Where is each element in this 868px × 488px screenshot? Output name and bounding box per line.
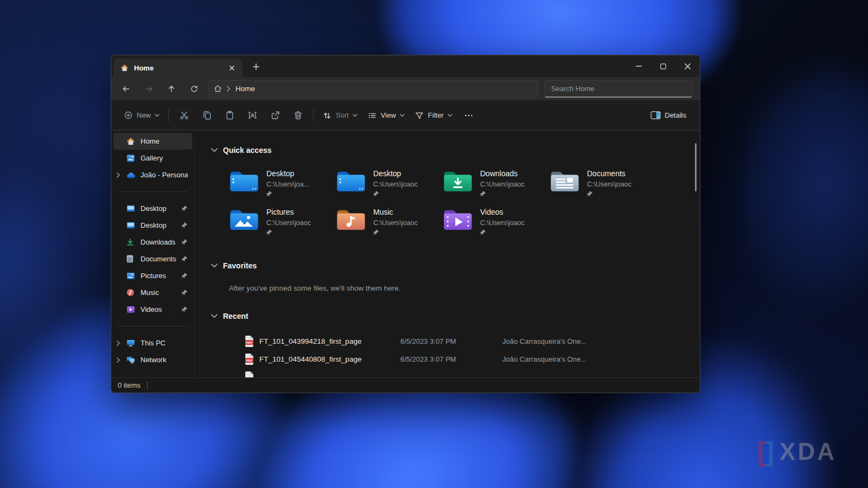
details-pane-button[interactable]: Details [646,106,691,125]
item-path: C:\Users\joaoc [480,180,525,189]
quick-access-item-downloads[interactable]: Downloads C:\Users\joaoc [443,169,550,198]
quick-access-item-documents[interactable]: Documents C:\Users\joaoc [550,169,656,198]
chevron-down-icon [448,114,452,117]
up-button[interactable] [162,80,181,98]
folder-videos-icon [443,207,473,231]
close-window-button[interactable] [675,55,700,77]
item-path: C:\Users\joaoc [266,219,311,227]
rename-button[interactable] [241,106,264,125]
pin-icon [373,229,418,235]
delete-button[interactable] [286,106,309,125]
chevron-down-icon [353,114,358,117]
sidebar-item-desktop-1[interactable]: Desktop [113,200,192,217]
share-button[interactable] [264,106,286,125]
search-box[interactable] [545,80,692,98]
quick-access-grid: Desktop C:\Users\joa... [229,169,700,237]
sidebar-item-onedrive-personal[interactable]: João - Personal [113,166,192,183]
pin-icon [373,191,418,197]
folder-documents-icon [550,169,580,192]
sidebar-item-videos[interactable]: Videos [113,301,192,318]
chevron-down-icon [155,114,159,117]
sort-button-label: Sort [336,111,349,119]
desktop: [ ] XDA Home [0,0,868,488]
sort-button[interactable]: Sort [317,106,362,125]
new-button[interactable]: New [119,106,164,125]
trash-icon [293,110,303,120]
vertical-scrollbar[interactable] [695,143,697,191]
sidebar-item-documents[interactable]: Documents [113,251,192,267]
pdf-file-icon: PDF [245,354,254,365]
music-icon [126,288,136,297]
expander-chevron-icon[interactable] [117,341,122,346]
breadcrumb-bar[interactable]: Home [208,80,538,98]
arrow-right-icon [144,85,154,93]
tab-close-button[interactable] [225,61,238,74]
search-input[interactable] [551,85,686,93]
quick-access-item-desktop-2[interactable]: Desktop C:\Users\joaoc [336,169,443,198]
tab-home[interactable]: Home [113,59,242,77]
desktop-icon [126,205,136,212]
recent-file-row[interactable]: PDF FT_101_043994218_first_page 6/5/2023… [245,332,700,350]
quick-access-item-music[interactable]: Music C:\Users\joaoc [336,207,443,237]
pin-icon [587,191,631,197]
sidebar-item-downloads[interactable]: Downloads [113,234,192,251]
recent-file-row-partial[interactable] [245,368,700,377]
quick-access-header[interactable]: Quick access [211,145,700,155]
sidebar-item-this-pc[interactable]: This PC [113,335,192,351]
section-title: Favorites [223,261,257,270]
recent-header[interactable]: Recent [211,311,700,320]
pictures-icon [126,272,136,280]
section-title: Quick access [223,146,272,155]
favorites-empty-message: After you've pinned some files, we'll sh… [229,284,700,293]
sidebar-item-music[interactable]: Music [113,284,192,301]
favorites-header[interactable]: Favorites [211,261,700,270]
sidebar-item-home[interactable]: Home [113,133,192,150]
maximize-button[interactable] [651,55,675,77]
more-options-button[interactable] [457,106,480,125]
toolbar-separator [168,109,169,122]
sidebar-item-network[interactable]: Network [113,351,192,368]
sidebar-item-desktop-2[interactable]: Desktop [113,217,192,234]
chevron-right-icon [227,86,231,92]
chevron-down-icon [211,314,218,318]
quick-access-item-pictures[interactable]: Pictures C:\Users\joaoc [229,207,336,237]
chevron-down-icon [400,114,405,117]
quick-access-item-videos[interactable]: Videos C:\Users\joaoc [443,207,550,237]
paste-button[interactable] [218,106,241,125]
minimize-button[interactable] [627,55,651,77]
recent-file-row[interactable]: PDF FT_101_045440808_first_page 6/5/2023… [245,350,700,368]
folder-desktop-icon [229,169,259,192]
breadcrumb-segment-home[interactable]: Home [235,85,255,93]
view-button[interactable]: View [362,106,410,125]
toolbar-separator [313,109,314,122]
copy-icon [202,110,212,120]
refresh-button[interactable] [185,80,203,98]
quick-access-item-desktop-1[interactable]: Desktop C:\Users\joa... [229,169,336,198]
sidebar-item-gallery[interactable]: Gallery [113,150,192,166]
new-tab-button[interactable] [248,59,264,75]
expander-chevron-icon[interactable] [117,357,122,363]
pin-icon [182,256,188,262]
file-owner: João Carrasqueira's One... [502,355,586,363]
item-count: 0 items [118,381,141,389]
file-name: FT_101_043994218_first_page [259,337,400,345]
sidebar-item-pictures[interactable]: Pictures [113,267,192,284]
pin-icon [182,239,188,245]
view-button-label: View [381,111,396,119]
expander-chevron-icon[interactable] [117,172,122,178]
cut-button[interactable] [173,106,195,125]
file-date: 6/5/2023 3:07 PM [400,355,502,363]
new-button-label: New [137,111,151,119]
chevron-down-icon [211,148,218,152]
item-path: C:\Users\joaoc [480,219,525,227]
folder-desktop-icon [336,169,366,192]
copy-button[interactable] [195,106,218,125]
view-list-icon [367,111,377,120]
status-bar: 0 items [111,377,700,393]
back-button[interactable] [117,80,135,98]
recent-files-list: PDF FT_101_043994218_first_page 6/5/2023… [211,332,700,377]
pin-icon [182,306,188,312]
chevron-down-icon [211,264,218,268]
forward-button[interactable] [139,80,158,98]
filter-button[interactable]: Filter [410,106,457,125]
